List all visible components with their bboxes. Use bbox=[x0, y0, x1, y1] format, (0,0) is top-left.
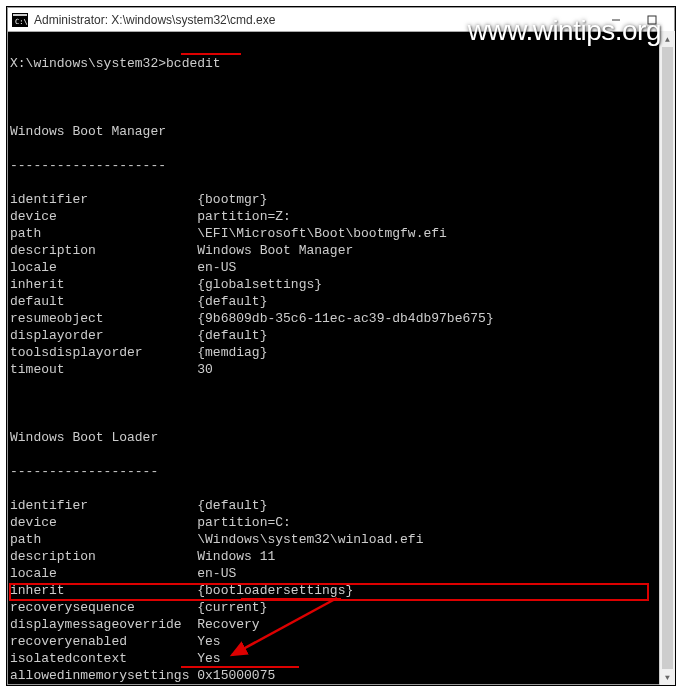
output-row: identifier {bootmgr} bbox=[10, 191, 674, 208]
output-row: inherit {globalsettings} bbox=[10, 276, 674, 293]
svg-text:C:\: C:\ bbox=[15, 18, 28, 26]
section-header: Windows Boot Loader bbox=[10, 429, 674, 446]
annotation-underline bbox=[181, 53, 241, 55]
output-row: timeout 30 bbox=[10, 361, 674, 378]
output-row: resumeobject {9b6809db-35c6-11ec-ac39-db… bbox=[10, 310, 674, 327]
output-row: path \EFI\Microsoft\Boot\bootmgfw.efi bbox=[10, 225, 674, 242]
scroll-up-button[interactable]: ▲ bbox=[660, 31, 675, 47]
titlebar-title: Administrator: X:\windows\system32\cmd.e… bbox=[34, 13, 275, 27]
watermark-text: www.wintips.org bbox=[468, 15, 661, 47]
output-row: isolatedcontext Yes bbox=[10, 650, 674, 667]
prompt-line: X:\windows\system32>bcdedit bbox=[10, 55, 674, 72]
cmd-icon: C:\ bbox=[12, 13, 28, 27]
section-header: Windows Boot Manager bbox=[10, 123, 674, 140]
output-row: displayorder {default} bbox=[10, 327, 674, 344]
svg-rect-1 bbox=[13, 14, 27, 16]
scroll-thumb[interactable] bbox=[662, 47, 673, 669]
annotation-box bbox=[9, 583, 649, 601]
output-row: locale en-US bbox=[10, 565, 674, 582]
scroll-track[interactable] bbox=[660, 47, 675, 669]
output-row: description Windows Boot Manager bbox=[10, 242, 674, 259]
output-row: displaymessageoverride Recovery bbox=[10, 616, 674, 633]
output-row: recoveryenabled Yes bbox=[10, 633, 674, 650]
scroll-down-button[interactable]: ▼ bbox=[660, 669, 675, 685]
output-row: recoverysequence {current} bbox=[10, 599, 674, 616]
annotation-underline bbox=[181, 666, 299, 668]
output-row: allowedinmemorysettings 0x15000075 bbox=[10, 667, 674, 684]
vertical-scrollbar[interactable]: ▲ ▼ bbox=[659, 31, 675, 685]
output-row: default {default} bbox=[10, 293, 674, 310]
output-row: locale en-US bbox=[10, 259, 674, 276]
output-row: device partition=Z: bbox=[10, 208, 674, 225]
output-row: identifier {default} bbox=[10, 497, 674, 514]
output-row: device partition=C: bbox=[10, 514, 674, 531]
output-row: path \Windows\system32\winload.efi bbox=[10, 531, 674, 548]
output-row: description Windows 11 bbox=[10, 548, 674, 565]
output-row: toolsdisplayorder {memdiag} bbox=[10, 344, 674, 361]
